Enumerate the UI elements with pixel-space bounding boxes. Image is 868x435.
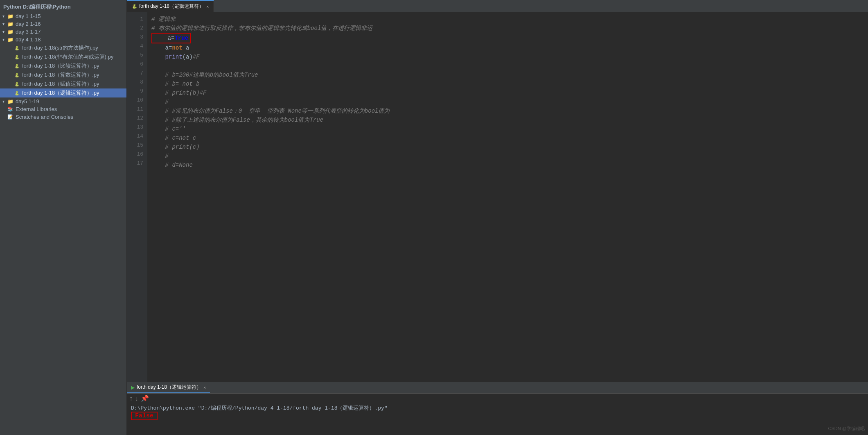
sidebar-item-day4[interactable]: ▾📁day 4 1-18 [0, 36, 126, 43]
bottom-panel: ▶ forth day 1-18（逻辑运算符） × ↑ ↓ 📌 D:\Pytho… [127, 382, 868, 435]
py-file-icon: 🐍 [13, 81, 20, 87]
sidebar-item-day2[interactable]: ▾📁day 2 1-16 [0, 20, 126, 28]
scroll-down-button[interactable]: ↓ [135, 395, 138, 402]
sidebar-item-label: forth day 1-18（逻辑运算符）.py [22, 89, 99, 97]
code-line-16: # [151, 152, 868, 161]
code-line-5: print(a)#F [151, 52, 868, 61]
line-number-16: 16 [127, 150, 147, 159]
folder-icon: 📁 [7, 99, 14, 104]
scratches-icon: 📝 [7, 114, 14, 120]
scroll-up-button[interactable]: ↑ [129, 395, 133, 402]
sidebar: Python D:\编程历程\Python ▾📁day 1 1-15▾📁day … [0, 0, 127, 435]
sidebar-item-label: forth day 1-18（比较运算符）.py [22, 62, 99, 70]
line-number-13: 13 [127, 123, 147, 132]
py-file-icon: 🐍 [13, 45, 20, 51]
line-number-2: 2 [127, 24, 147, 33]
highlighted-code: a=True [151, 33, 191, 43]
sidebar-item-f6[interactable]: 🐍forth day 1-18（逻辑运算符）.py [0, 88, 126, 97]
watermark: CSDN @学编程吧 [828, 426, 865, 432]
terminal-lines: D:\Python\python.exe "D:/编程历程/Python/day… [127, 403, 868, 435]
code-line-13: # c='' [151, 125, 868, 134]
terminal-toolbar: ↑ ↓ 📌 [127, 394, 868, 403]
sidebar-item-f5[interactable]: 🐍forth day 1-18（赋值运算符）.py [0, 79, 126, 88]
ext-lib-icon: 📚 [7, 106, 14, 112]
py-file-icon: 🐍 [13, 54, 20, 60]
code-line-17: # d=None [151, 161, 868, 170]
code-container: 1234567891011121314151617 # 逻辑非# 布尔值的逻辑非… [127, 12, 868, 382]
tab-label: forth day 1-18（逻辑运算符） [139, 3, 204, 10]
sidebar-item-label: forth day 1-18(非布尔值的与或运算).py [22, 53, 113, 61]
line-number-3: 3 [127, 33, 147, 42]
sidebar-item-label: forth day 1-18（赋值运算符）.py [22, 80, 99, 88]
sidebar-item-f4[interactable]: 🐍forth day 1-18（算数运算符）.py [0, 70, 126, 79]
bottom-tabs: ▶ forth day 1-18（逻辑运算符） × [127, 382, 868, 394]
tab-close-button[interactable]: × [206, 4, 209, 9]
py-file-icon: 🐍 [13, 72, 20, 78]
code-line-12: # #除了上述讲的布尔值为False，其余的转为bool值为True [151, 116, 868, 125]
folder-arrow: ▾ [0, 99, 7, 104]
folder-icon: 📁 [7, 29, 14, 35]
line-number-14: 14 [127, 132, 147, 141]
line-number-9: 9 [127, 87, 147, 96]
run-tab-label: forth day 1-18（逻辑运算符） [137, 384, 201, 391]
sidebar-item-label: forth day 1-18(str的方法操作).py [22, 44, 98, 52]
sidebar-item-day1[interactable]: ▾📁day 1 1-15 [0, 12, 126, 20]
code-line-15: # print(c) [151, 143, 868, 152]
code-line-6 [151, 61, 868, 70]
line-number-6: 6 [127, 60, 147, 69]
code-line-3: a=True [151, 33, 868, 43]
line-number-12: 12 [127, 114, 147, 123]
line-number-1: 1 [127, 15, 147, 24]
py-file-icon: 🐍 [13, 63, 20, 69]
line-numbers: 1234567891011121314151617 [127, 12, 147, 382]
run-tab-close[interactable]: × [203, 385, 206, 390]
folder-arrow: ▾ [0, 29, 7, 34]
sidebar-item-label: day 3 1-17 [16, 29, 41, 35]
code-line-4: a=not a [151, 43, 868, 52]
sidebar-item-extlib[interactable]: 📚External Libraries [0, 105, 126, 113]
folder-arrow: ▾ [0, 22, 7, 26]
py-file-icon: 🐍 [13, 90, 20, 96]
line-number-11: 11 [127, 105, 147, 114]
code-line-9: # print(b)#F [151, 88, 868, 97]
output-false-value: False [131, 412, 158, 420]
sidebar-item-f1[interactable]: 🐍forth day 1-18(str的方法操作).py [0, 43, 126, 52]
run-icon: ▶ [131, 385, 135, 390]
sidebar-item-scratches[interactable]: 📝Scratches and Consoles [0, 113, 126, 121]
line-number-7: 7 [127, 69, 147, 78]
code-line-1: # 逻辑非 [151, 15, 868, 24]
line-number-10: 10 [127, 96, 147, 105]
pin-button[interactable]: 📌 [141, 395, 149, 402]
terminal-command: D:\Python\python.exe "D:/编程历程/Python/day… [131, 404, 864, 412]
terminal-output: False [131, 412, 864, 420]
folder-arrow: ▾ [0, 14, 7, 18]
sidebar-item-label: day5 1-19 [16, 98, 39, 104]
code-line-8: # b= not b [151, 79, 868, 88]
line-number-17: 17 [127, 159, 147, 168]
sidebar-item-label: Scratches and Consoles [16, 114, 73, 120]
sidebar-item-day3[interactable]: ▾📁day 3 1-17 [0, 28, 126, 36]
folder-icon: 📁 [7, 37, 14, 43]
tree-root: ▾📁day 1 1-15▾📁day 2 1-16▾📁day 3 1-17▾📁da… [0, 12, 126, 121]
line-number-15: 15 [127, 141, 147, 150]
sidebar-item-label: day 1 1-15 [16, 13, 41, 19]
line-number-8: 8 [127, 78, 147, 87]
main-container: Python D:\编程历程\Python ▾📁day 1 1-15▾📁day … [0, 0, 868, 435]
sidebar-item-day5[interactable]: ▾📁day5 1-19 [0, 97, 126, 105]
terminal-content: ↑ ↓ 📌 D:\Python\python.exe "D:/编程历程/Pyth… [127, 394, 868, 435]
sidebar-item-label: day 2 1-16 [16, 21, 41, 27]
code-line-2: # 布尔值的逻辑非进行取反操作，非布尔值的逻辑非先转化成bool值，在进行逻辑非… [151, 24, 868, 33]
tab-logic-operator[interactable]: 🐍 forth day 1-18（逻辑运算符） × [127, 0, 214, 12]
editor-area: 🐍 forth day 1-18（逻辑运算符） × 12345678910111… [127, 0, 868, 435]
folder-arrow: ▾ [0, 37, 7, 42]
folder-icon: 📁 [7, 21, 14, 27]
folder-icon: 📁 [7, 14, 14, 19]
code-line-7: # b=200#这里的b的bool值为True [151, 70, 868, 79]
line-number-4: 4 [127, 42, 147, 51]
sidebar-item-f3[interactable]: 🐍forth day 1-18（比较运算符）.py [0, 61, 126, 70]
code-line-11: # #常见的布尔值为False：0 空串 空列表 None等一系列代表空的转化为… [151, 106, 868, 116]
editor-tabs: 🐍 forth day 1-18（逻辑运算符） × [127, 0, 868, 12]
code-lines: # 逻辑非# 布尔值的逻辑非进行取反操作，非布尔值的逻辑非先转化成bool值，在… [147, 12, 868, 382]
run-tab[interactable]: ▶ forth day 1-18（逻辑运算符） × [127, 382, 210, 393]
sidebar-item-f2[interactable]: 🐍forth day 1-18(非布尔值的与或运算).py [0, 52, 126, 61]
